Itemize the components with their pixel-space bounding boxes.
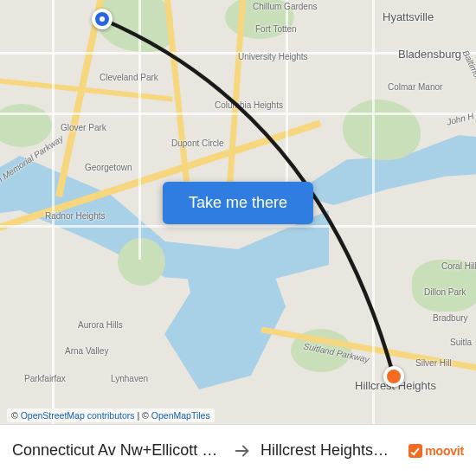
destination-marker[interactable] (383, 366, 404, 387)
arrow-right-icon (233, 441, 252, 460)
take-me-there-button[interactable]: Take me there (163, 182, 313, 224)
place-label: Colmar Manor (388, 82, 442, 92)
place-label: Lynhaven (111, 374, 148, 383)
moovit-logo[interactable]: moovit (408, 444, 464, 458)
place-label: Bradbury (433, 313, 468, 323)
place-label: Cleveland Park (100, 73, 158, 82)
tiles-link[interactable]: OpenMapTiles (151, 410, 210, 421)
destination-text: Hillcrest Heights, … (261, 441, 390, 460)
place-label: University Heights (238, 52, 308, 61)
place-label: Silver Hill (415, 358, 452, 368)
origin-text: Connecticut Av Nw+Ellicott St… (12, 441, 224, 460)
place-label: Dillon Park (424, 287, 466, 297)
route-summary-bar: Connecticut Av Nw+Ellicott St… Hillcrest… (0, 424, 476, 476)
place-label: Suitla (450, 338, 472, 347)
moovit-icon (408, 444, 422, 458)
place-label: Fort Totten (255, 24, 297, 34)
place-label: Hyattsville (383, 10, 434, 23)
osm-link[interactable]: OpenStreetMap contributors (21, 410, 135, 421)
place-label: Aurora Hills (78, 320, 123, 330)
place-label: Radnor Heights (45, 211, 105, 221)
place-label: Arna Valley (65, 346, 108, 356)
place-label: Glover Park (61, 123, 106, 132)
place-label: Chillum Gardens (253, 2, 317, 11)
origin-marker[interactable] (92, 9, 113, 29)
map-attribution: © OpenStreetMap contributors | © OpenMap… (7, 408, 215, 422)
place-label: Dupont Circle (171, 138, 224, 148)
place-label: Coral Hills (441, 261, 476, 271)
place-label: Georgetown (85, 163, 132, 172)
place-label: Columbia Heights (215, 100, 283, 110)
map-canvas[interactable]: Hyattsville Bladensburg Chillum Gardens … (0, 0, 476, 424)
place-label: Bladensburg (398, 48, 461, 61)
place-label: Parkfairfax (24, 374, 66, 383)
